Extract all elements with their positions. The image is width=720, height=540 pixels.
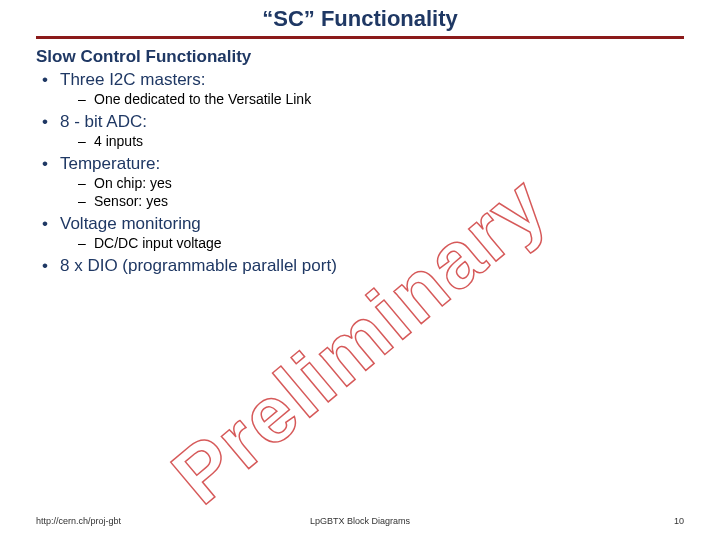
content-area: Slow Control Functionality Three I2C mas…: [0, 47, 720, 276]
sub-list: 4 inputs: [78, 133, 684, 151]
sub-list: DC/DC input voltage: [78, 235, 684, 253]
sub-list-item: One dedicated to the Versatile Link: [78, 91, 684, 109]
title-rule: [36, 36, 684, 39]
page-number: 10: [674, 516, 684, 526]
sub-list: On chip: yes Sensor: yes: [78, 175, 684, 211]
list-item-label: 8 - bit ADC:: [60, 112, 147, 131]
sub-list-item: On chip: yes: [78, 175, 684, 193]
sub-list: One dedicated to the Versatile Link: [78, 91, 684, 109]
list-item-label: 8 x DIO (programmable parallel port): [60, 256, 337, 275]
sub-list-item: Sensor: yes: [78, 193, 684, 211]
title-wrap: “SC” Functionality: [0, 0, 720, 32]
footer: http://cern.ch/proj-gbt LpGBTX Block Dia…: [0, 516, 720, 532]
bullet-list: Three I2C masters: One dedicated to the …: [42, 69, 684, 276]
slide: “SC” Functionality Slow Control Function…: [0, 0, 720, 540]
sub-list-item: 4 inputs: [78, 133, 684, 151]
list-item-label: Voltage monitoring: [60, 214, 201, 233]
list-item: Three I2C masters: One dedicated to the …: [42, 69, 684, 109]
list-item: 8 - bit ADC: 4 inputs: [42, 111, 684, 151]
list-item-label: Three I2C masters:: [60, 70, 206, 89]
footer-center: LpGBTX Block Diagrams: [0, 516, 720, 526]
list-item: Temperature: On chip: yes Sensor: yes: [42, 153, 684, 211]
section-heading: Slow Control Functionality: [36, 47, 684, 67]
slide-title: “SC” Functionality: [262, 6, 458, 32]
list-item: 8 x DIO (programmable parallel port): [42, 255, 684, 276]
list-item: Voltage monitoring DC/DC input voltage: [42, 213, 684, 253]
list-item-label: Temperature:: [60, 154, 160, 173]
sub-list-item: DC/DC input voltage: [78, 235, 684, 253]
